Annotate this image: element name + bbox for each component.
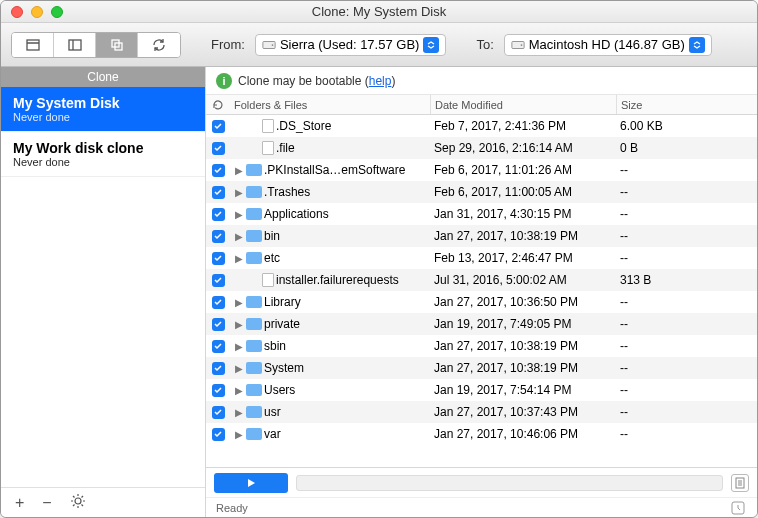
task-status: Never done	[13, 111, 193, 123]
file-name: var	[264, 427, 281, 441]
col-date[interactable]: Date Modified	[430, 95, 616, 114]
row-checkbox[interactable]	[212, 186, 225, 199]
remove-task-button[interactable]: −	[42, 494, 51, 512]
file-date: Feb 6, 2017, 11:01:26 AM	[430, 163, 616, 177]
table-row[interactable]: ▶binJan 27, 2017, 10:38:19 PM--	[206, 225, 757, 247]
svg-line-17	[73, 504, 75, 506]
status-text: Ready	[216, 502, 248, 514]
disclosure-triangle-icon[interactable]: ▶	[234, 407, 244, 418]
file-name: .PKInstallSa…emSoftware	[264, 163, 405, 177]
table-row[interactable]: ▶.TrashesFeb 6, 2017, 11:00:05 AM--	[206, 181, 757, 203]
table-row[interactable]: ▶etcFeb 13, 2017, 2:46:47 PM--	[206, 247, 757, 269]
disclosure-triangle-icon[interactable]: ▶	[234, 429, 244, 440]
disclosure-triangle-icon[interactable]: ▶	[234, 341, 244, 352]
from-label: From:	[211, 37, 245, 52]
file-date: Jan 19, 2017, 7:49:05 PM	[430, 317, 616, 331]
file-date: Feb 7, 2017, 2:41:36 PM	[430, 119, 616, 133]
row-checkbox[interactable]	[212, 274, 225, 287]
table-row[interactable]: ▶usrJan 27, 2017, 10:37:43 PM--	[206, 401, 757, 423]
disclosure-triangle-icon[interactable]: ▶	[234, 187, 244, 198]
bottom-bar	[206, 467, 757, 497]
view-sidebar-button[interactable]	[54, 33, 96, 57]
row-checkbox[interactable]	[212, 384, 225, 397]
disclosure-triangle-icon[interactable]: ▶	[234, 385, 244, 396]
view-sync-button[interactable]	[138, 33, 180, 57]
hd-icon	[511, 38, 525, 52]
start-button[interactable]	[214, 473, 288, 493]
table-row[interactable]: ▶SystemJan 27, 2017, 10:38:19 PM--	[206, 357, 757, 379]
view-archive-button[interactable]	[12, 33, 54, 57]
dest-dropdown[interactable]: Macintosh HD (146.87 GB)	[504, 34, 712, 56]
table-row[interactable]: .DS_StoreFeb 7, 2017, 2:41:36 PM6.00 KB	[206, 115, 757, 137]
row-checkbox[interactable]	[212, 208, 225, 221]
disclosure-triangle-icon[interactable]: ▶	[234, 297, 244, 308]
file-size: --	[616, 207, 757, 221]
row-checkbox[interactable]	[212, 142, 225, 155]
file-name: etc	[264, 251, 280, 265]
file-size: --	[616, 185, 757, 199]
table-row[interactable]: ▶ApplicationsJan 31, 2017, 4:30:15 PM--	[206, 203, 757, 225]
folder-icon	[246, 296, 262, 308]
hd-icon	[262, 38, 276, 52]
disclosure-triangle-icon[interactable]: ▶	[234, 209, 244, 220]
table-row[interactable]: installer.failurerequestsJul 31, 2016, 5…	[206, 269, 757, 291]
table-row[interactable]: .fileSep 29, 2016, 2:16:14 AM0 B	[206, 137, 757, 159]
row-checkbox[interactable]	[212, 120, 225, 133]
file-date: Jul 31, 2016, 5:00:02 AM	[430, 273, 616, 287]
folder-icon	[246, 406, 262, 418]
disclosure-triangle-icon[interactable]: ▶	[234, 363, 244, 374]
help-link[interactable]: help	[369, 74, 392, 88]
clock-icon	[731, 501, 745, 515]
folder-icon	[246, 318, 262, 330]
row-checkbox[interactable]	[212, 318, 225, 331]
sidebar-task[interactable]: My Work disk cloneNever done	[1, 132, 205, 177]
disclosure-triangle-icon[interactable]: ▶	[234, 253, 244, 264]
gear-icon	[70, 493, 86, 509]
row-checkbox[interactable]	[212, 296, 225, 309]
folder-icon	[246, 252, 262, 264]
col-size[interactable]: Size	[616, 95, 757, 114]
table-row[interactable]: ▶privateJan 19, 2017, 7:49:05 PM--	[206, 313, 757, 335]
disclosure-triangle-icon[interactable]: ▶	[234, 319, 244, 330]
toolbar: From: Sierra (Used: 17.57 GB) To: Macint…	[1, 23, 757, 67]
window-title: Clone: My System Disk	[1, 4, 757, 19]
table-row[interactable]: ▶UsersJan 19, 2017, 7:54:14 PM--	[206, 379, 757, 401]
table-row[interactable]: ▶LibraryJan 27, 2017, 10:36:50 PM--	[206, 291, 757, 313]
folder-icon	[246, 428, 262, 440]
task-status: Never done	[13, 156, 193, 168]
folder-icon	[246, 362, 262, 374]
svg-line-18	[81, 496, 83, 498]
row-checkbox[interactable]	[212, 406, 225, 419]
row-checkbox[interactable]	[212, 362, 225, 375]
file-table: .DS_StoreFeb 7, 2017, 2:41:36 PM6.00 KB.…	[206, 115, 757, 467]
main-panel: i Clone may be bootable (help) Folders &…	[206, 67, 757, 517]
refresh-column-icon[interactable]	[206, 95, 230, 114]
file-date: Jan 27, 2017, 10:37:43 PM	[430, 405, 616, 419]
settings-button[interactable]	[70, 493, 86, 513]
svg-rect-0	[27, 40, 39, 50]
file-date: Jan 19, 2017, 7:54:14 PM	[430, 383, 616, 397]
table-row[interactable]: ▶.PKInstallSa…emSoftwareFeb 6, 2017, 11:…	[206, 159, 757, 181]
sidebar-task[interactable]: My System DiskNever done	[1, 87, 205, 132]
schedule-button[interactable]	[729, 499, 747, 517]
view-segment	[11, 32, 181, 58]
source-dropdown[interactable]: Sierra (Used: 17.57 GB)	[255, 34, 446, 56]
col-name[interactable]: Folders & Files	[230, 95, 430, 114]
log-button[interactable]	[731, 474, 749, 492]
row-checkbox[interactable]	[212, 428, 225, 441]
row-checkbox[interactable]	[212, 230, 225, 243]
file-name: Users	[264, 383, 295, 397]
disclosure-triangle-icon[interactable]: ▶	[234, 165, 244, 176]
table-row[interactable]: ▶varJan 27, 2017, 10:46:06 PM--	[206, 423, 757, 445]
file-size: --	[616, 163, 757, 177]
view-clone-button[interactable]	[96, 33, 138, 57]
app-window: Clone: My System Disk From: Sierra (Used…	[0, 0, 758, 518]
file-name: Library	[264, 295, 301, 309]
table-row[interactable]: ▶sbinJan 27, 2017, 10:38:19 PM--	[206, 335, 757, 357]
add-task-button[interactable]: +	[15, 494, 24, 512]
disclosure-triangle-icon[interactable]: ▶	[234, 231, 244, 242]
row-checkbox[interactable]	[212, 164, 225, 177]
row-checkbox[interactable]	[212, 340, 225, 353]
file-size: --	[616, 405, 757, 419]
row-checkbox[interactable]	[212, 252, 225, 265]
